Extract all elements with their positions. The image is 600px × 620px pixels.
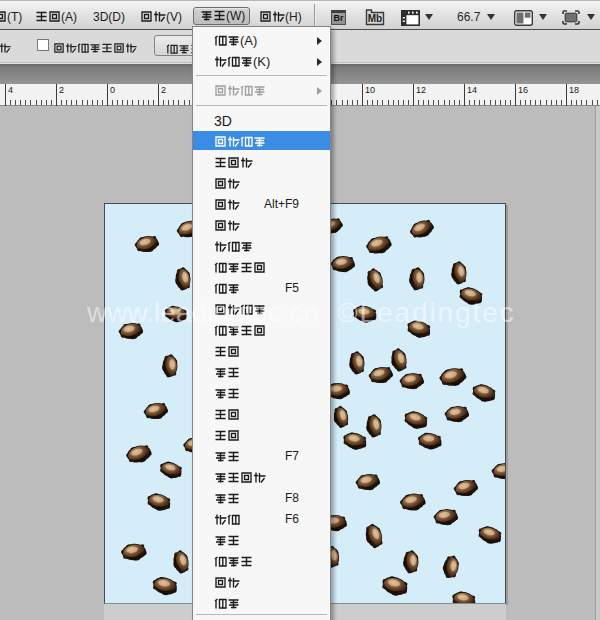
svg-text:Mb: Mb: [368, 13, 382, 24]
